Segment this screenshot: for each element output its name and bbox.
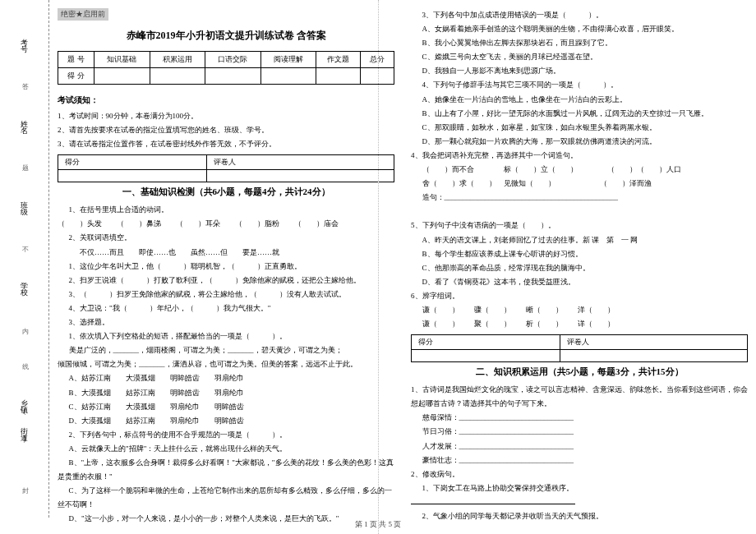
score-h4: 阅读理解 (260, 52, 316, 68)
s2-q2-lead: 2、修改病句。 (411, 467, 748, 481)
binding-gutter: 考号 答 姓名 题 班级 不 学校 内 线 乡镇(街道) 封 (0, 0, 49, 518)
content-area: 绝密★启用前 赤峰市2019年小升初语文提升训练试卷 含答案 题 号 知识基础 … (49, 0, 756, 518)
r-q5-lead: 4、我会把词语补充完整，再选择其中一个词造句。 (411, 149, 748, 163)
q2-i4: 4、大卫说："我（ ）年纪小，（ ）我力气很大。" (58, 302, 394, 315)
confidential-seal: 绝密★启用前 (58, 8, 108, 21)
r-q7-l2: 谦（ ） 聚（ ） 析（ ） 详（ ） (411, 317, 748, 331)
r-q7-lead: 6、辨字组词。 (411, 289, 748, 303)
q3b-od: D、"这一小步，对一个人来说，是小小的一步；对整个人类来说，是巨大的飞跃。" (58, 512, 394, 526)
r-q6-c: C、他那崇高的革命品质，经常浮现在我的脑海中。 (411, 261, 748, 275)
notice-3: 3、请在试卷指定位置作答，在试卷密封线外作答无效，不予评分。 (58, 137, 394, 151)
q2-lead: 2、关联词语填空。 (58, 231, 394, 245)
r-q4-lead: 4、下列句子修辞手法与其它三项不同的一项是（ ）。 (411, 78, 748, 92)
q3-stem: 1、依次填入下列空格处的短语，搭配最恰当的一项是（ ）。 (58, 329, 394, 343)
r-q6-lead: 5、下列句子中没有语病的一项是（ ）。 (411, 219, 748, 232)
gutter-hint-a: 答 (20, 78, 29, 81)
section2-title: 二、知识积累运用（共5小题，每题3分，共计15分） (411, 366, 748, 378)
gutter-label-school: 学校 (19, 276, 30, 289)
notice-2: 2、请首先按要求在试卷的指定位置填写您的姓名、班级、学号。 (58, 123, 394, 137)
q3-ob: B、大漠孤烟 姑苏江南 明眸皓齿 羽扇纶巾 (58, 386, 394, 400)
score-h2: 积累运用 (150, 52, 205, 68)
section1-title: 一、基础知识检测（共6小题，每题4分，共计24分） (58, 186, 394, 198)
gutter-label-class: 班级 (19, 196, 30, 209)
notice-header: 考试须知： (58, 94, 394, 106)
s2-q2-i2: 2、气象小组的同学每天都记录并收听当天的天气预报。 (411, 509, 748, 523)
score-h5: 作文题 (316, 52, 361, 68)
s2-l4: 豪情壮志：_______________________________ (411, 453, 748, 467)
q2-i2: 2、扫罗王说谁（ ）打败了歌利亚，（ ）免除他家的赋税，还把公主嫁给他。 (58, 274, 394, 288)
s2-l3: 人才发展：_______________________________ (411, 440, 748, 453)
r-q4-c: C、那双眼睛，如秋水，如寒星，如宝珠，如白水银里头养着两黑水银。 (411, 121, 748, 135)
gutter-hint-d: 内 (20, 322, 29, 325)
r-q3-lead: 3、下列各句中加点成语使用错误的一项是（ ）。 (411, 8, 748, 22)
paper-title: 赤峰市2019年小升初语文提升训练试卷 含答案 (58, 29, 394, 43)
score-h3: 口语交际 (205, 52, 261, 68)
q3-lead: 3、选择题。 (58, 315, 394, 329)
q3-oa: A、姑苏江南 大漠孤烟 明眸皓齿 羽扇纶巾 (58, 371, 394, 385)
r-q5-make: 造句：_____________________________________… (411, 191, 748, 205)
r-q4-b: B、山上有了小屋，好比一望无际的水面飘过一片风帆，辽阔无边的天空掠过一只飞雁。 (411, 107, 748, 121)
gutter-hint-e: 线 (20, 357, 29, 361)
q2-i1: 1、这位少年名叫大卫，他（ ）聪明机智，（ ）正直勇敢。 (58, 260, 394, 274)
gutter-hint-c: 不 (20, 241, 29, 244)
score-h1: 知识基础 (94, 52, 150, 68)
q3b-stem: 2、下列各句中，标点符号的使用不合乎规范的一项是（ ）。 (58, 428, 394, 442)
r-q3-a: A、女娲看着她亲手创造的这个聪明美丽的生物，不由得满心欢喜，眉开眼笑。 (411, 22, 748, 36)
s2-q2-i1: 1、下岗女工在马路上协助交警保持交通秩序。 (411, 481, 748, 495)
q1-line: （ ）头发 （ ）鼻涕 （ ）耳朵 （ ）脂粉 （ ）庙会 (58, 217, 394, 231)
r-q4-d: D、那一颗心就宛如一片欢腾的大海，那一双眼就仿佛两道溃决的河流。 (411, 135, 748, 149)
gutter-label-name: 姓名 (19, 114, 30, 127)
q3b-oc: C、为了这样一个脆弱和卑微的生命，上苍给它制作出来的居所却有多么精致，多么仔细，… (58, 484, 394, 512)
q2-hint: 不仅……而且 即使……也 虽然……但 要是……就 (58, 246, 394, 260)
r-q3-d: D、我独自一人形影不离地来到思源广场。 (411, 64, 748, 78)
r-q3-c: C、嫦娥三号向太空飞去，美丽的月球已经遥遥在望。 (411, 50, 748, 64)
q3-p1: 美是广泛的，_______，烟雨楼阁，可谓之为美；_______，碧天黄沙，可谓… (58, 343, 394, 357)
r-q3-b: B、我小心翼翼地伸出左脚去探那块岩石，而且踩到了它。 (411, 36, 748, 50)
r-q5-l2: 舍（ ）求（ ） 见微知（ ） （ ）泽而渔 (411, 177, 748, 191)
r-q4-a: A、她像坐在一片洁白的雪地上，也像坐在一片洁白的云彩上。 (411, 93, 748, 107)
r-q6-b: B、每个学生都应该养成上课专心听讲的好习惯。 (411, 247, 748, 261)
left-column: 绝密★启用前 赤峰市2019年小升初语文提升训练试卷 含答案 题 号 知识基础 … (58, 8, 394, 518)
s2-l1: 慈母深情：_______________________________ (411, 411, 748, 425)
gutter-hint-b: 题 (20, 159, 29, 163)
q3-od: D、大漠孤烟 姑苏江南 羽扇纶巾 明眸皓齿 (58, 414, 394, 428)
r-q6-d: D、看了《青铜葵花》这本书，使我受益匪浅。 (411, 275, 748, 289)
s2-l2: 节日习俗：_______________________________ (411, 425, 748, 439)
r-q7-l1: 谦（ ） 骤（ ） 晰（ ） 洋（ ） (411, 303, 748, 317)
gutter-label-town: 乡镇(街道) (19, 394, 30, 449)
score-table: 题 号 知识基础 积累运用 口语交际 阅读理解 作文题 总分 得 分 (58, 51, 394, 85)
q3-oc: C、姑苏江南 大漠孤烟 羽扇纶巾 明眸皓齿 (58, 400, 394, 414)
right-column: 3、下列各句中加点成语使用错误的一项是（ ）。 A、女娲看着她亲手创造的这个聪明… (411, 8, 748, 518)
q3b-ob: B、"上帝，这衣服多么合身啊！裁得多么好看啊！"大家都说，"多么美的花纹！多么美… (58, 456, 394, 484)
q1-lead: 1、在括号里填上合适的动词。 (58, 203, 394, 217)
r-q6-a: A、昨天的语文课上，刘老师回忆了过去的往事。新 课 第 一 网 (411, 233, 748, 247)
q2-i3: 3、（ ）扫罗王免除他家的赋税，将公主嫁给他，（ ）没有人敢去试试。 (58, 288, 394, 302)
section2-scorebox: 得分评卷人 (411, 334, 748, 362)
r-q5-l1: （ ）而不合 标（ ）立（ ） （ ）（ ）人口 (411, 163, 748, 177)
score-rowlabel: 得 分 (58, 68, 94, 85)
q3b-oa: A、云就像天上的"招牌"：天上挂什么云，就将出现什么样的天气。 (58, 442, 394, 456)
score-h0: 题 号 (58, 52, 94, 68)
notice-1: 1、考试时间：90分钟，本卷满分为100分。 (58, 109, 394, 123)
section1-scorebox: 得分评卷人 (58, 154, 394, 182)
gutter-label-examno: 考号 (19, 33, 30, 46)
s2-q1-lead: 1、古诗词是我国灿烂文化的瑰宝，读之可以言志精神、含意深远、韵味悠长。当你看到这… (411, 383, 748, 411)
gutter-hint-f: 封 (20, 481, 29, 485)
q3-p2: 倾国倾城，可谓之为美；_______，潇洒从容，也可谓之为美。但美的答案，远远不… (58, 357, 394, 371)
